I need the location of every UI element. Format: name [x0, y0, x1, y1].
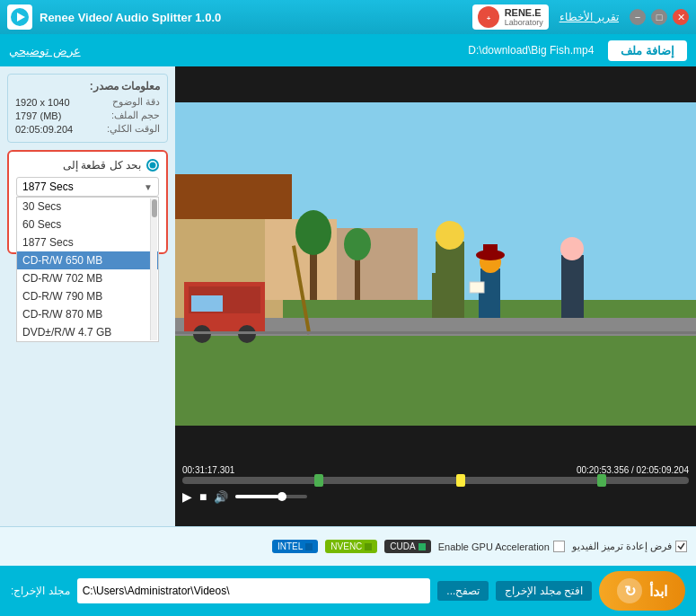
- svg-rect-23: [452, 273, 464, 318]
- footer-bar: ابدأ ↻ افتح مجلد الإخراج تصفح... مجلد ال…: [0, 566, 696, 616]
- start-label: ابدأ: [649, 583, 667, 600]
- volume-slider[interactable]: [235, 495, 307, 498]
- resolution-value: 1920 x 1040: [15, 97, 70, 108]
- svg-point-14: [344, 228, 371, 260]
- svg-point-32: [560, 237, 584, 260]
- playback-controls: ▶ ■ 🔊: [182, 489, 689, 504]
- split-options-box: بحد كل قطعة إلى 1877 Secs ▼ 30 Secs 60 S…: [7, 150, 168, 254]
- timeline-track[interactable]: [182, 477, 689, 484]
- refresh-icon: ↻: [617, 578, 642, 603]
- gpu-label: Enable GPU Acceleration: [438, 541, 550, 552]
- volume-thumb[interactable]: [278, 492, 286, 501]
- resolution-label: دقة الوضوح: [112, 96, 160, 108]
- bottom-bar: فرض إعادة ترميز الفيديو Enable GPU Accel…: [0, 526, 696, 566]
- svg-rect-13: [355, 255, 360, 300]
- play-button[interactable]: ▶: [182, 489, 192, 504]
- segment-dropdown[interactable]: 1877 Secs ▼ 30 Secs 60 Secs 1877 Secs CD…: [16, 177, 159, 197]
- scrollbar[interactable]: [150, 198, 157, 340]
- timeline-area: 00:31:17.301 00:20:53.356 / 02:05:09.204…: [175, 462, 696, 526]
- cuda-badge: CUDA: [384, 540, 430, 553]
- duration-label: الوقت الكلي:: [107, 123, 160, 135]
- chevron-down-icon: ▼: [144, 182, 153, 192]
- dropdown-item-cdrw790[interactable]: CD-R/W 790 MB: [17, 287, 158, 305]
- nvenc-icon: [365, 543, 372, 550]
- recode-checkbox[interactable]: [675, 541, 687, 552]
- app-title: Renee Video/ Audio Splitter 1.0.0: [40, 11, 221, 24]
- info-size-row: حجم الملف: 1797 (MB): [15, 110, 160, 121]
- size-label: حجم الملف:: [111, 110, 160, 121]
- current-time: 00:31:17.301: [182, 465, 234, 475]
- svg-rect-31: [561, 255, 584, 318]
- minimize-button[interactable]: −: [630, 9, 646, 25]
- info-box: معلومات مصدر: دقة الوضوح 1920 x 1040 حجم…: [7, 74, 168, 143]
- gpu-checkbox[interactable]: [553, 541, 565, 552]
- info-duration-row: الوقت الكلي: 02:05:09.204: [15, 123, 160, 135]
- right-panel: معلومات مصدر: دقة الوضوح 1920 x 1040 حجم…: [0, 66, 175, 526]
- dropdown-item-dvd47[interactable]: DVD±/R/W 4.7 GB: [17, 323, 158, 341]
- recode-label: فرض إعادة ترميز الفيديو: [572, 541, 672, 552]
- dropdown-item-cdrw650[interactable]: CD-R/W 650 MB: [17, 251, 158, 269]
- svg-rect-29: [483, 244, 498, 255]
- dropdown-item-30secs[interactable]: 30 Secs: [17, 198, 158, 216]
- intel-label: INTEL: [278, 541, 303, 551]
- maximize-button[interactable]: □: [651, 9, 667, 25]
- scrollbar-thumb[interactable]: [152, 199, 157, 217]
- recode-checkbox-label[interactable]: فرض إعادة ترميز الفيديو: [572, 541, 687, 552]
- output-path-input[interactable]: [77, 578, 431, 603]
- svg-point-21: [436, 221, 464, 250]
- report-link[interactable]: تقرير الأخطاء: [559, 11, 619, 23]
- dropdown-item-60secs[interactable]: 60 Secs: [17, 216, 158, 233]
- svg-rect-30: [470, 282, 484, 293]
- nvenc-label: NVENC: [330, 541, 362, 551]
- add-file-button[interactable]: إضافة ملف: [608, 40, 687, 61]
- marker-start[interactable]: [314, 474, 323, 487]
- svg-text:+: +: [486, 14, 490, 22]
- volume-icon: 🔊: [214, 490, 228, 504]
- title-bar-right: + RENE.E Laboratory تقرير الأخطاء − □ ✕: [472, 4, 689, 30]
- stop-button[interactable]: ■: [199, 489, 207, 504]
- svg-rect-19: [191, 295, 223, 312]
- rene-name: RENE.E Laboratory: [505, 7, 543, 27]
- intel-badge: INTEL: [272, 540, 318, 553]
- toolbar: إضافة ملف D:\download\Big Fish.mp4 عرض ت…: [0, 34, 696, 66]
- dropdown-value: 1877 Secs: [22, 180, 74, 193]
- svg-rect-34: [175, 331, 696, 334]
- rene-logo: + RENE.E Laboratory: [472, 4, 549, 30]
- app-logo: [7, 4, 32, 30]
- video-frame: [175, 66, 696, 462]
- browse-button[interactable]: تصفح...: [437, 581, 489, 601]
- main-content: 00:31:17.301 00:20:53.356 / 02:05:09.204…: [0, 66, 696, 526]
- marker-mid[interactable]: [456, 474, 465, 487]
- dropdown-selected[interactable]: 1877 Secs ▼: [16, 177, 159, 197]
- svg-rect-8: [175, 174, 292, 219]
- time-labels: 00:31:17.301 00:20:53.356 / 02:05:09.204: [182, 465, 689, 475]
- dropdown-item-cdrw702[interactable]: CD-R/W 702 MB: [17, 269, 158, 287]
- demo-link[interactable]: عرض توضيحي: [9, 44, 81, 57]
- volume-fill: [235, 495, 278, 498]
- info-resolution-row: دقة الوضوح 1920 x 1040: [15, 96, 160, 108]
- gpu-checkbox-label[interactable]: Enable GPU Acceleration: [438, 541, 565, 552]
- svg-rect-27: [491, 291, 500, 318]
- dropdown-item-1877secs[interactable]: 1877 Secs: [17, 233, 158, 251]
- size-value: 1797 (MB): [15, 110, 61, 121]
- title-bar: Renee Video/ Audio Splitter 1.0.0 + RENE…: [0, 0, 696, 34]
- dropdown-item-cdrw870[interactable]: CD-R/W 870 MB: [17, 305, 158, 323]
- marker-end[interactable]: [597, 474, 606, 487]
- start-button[interactable]: ابدأ ↻: [599, 571, 685, 611]
- svg-rect-26: [479, 291, 488, 318]
- title-bar-left: Renee Video/ Audio Splitter 1.0.0: [7, 4, 221, 30]
- per-segment-radio[interactable]: [146, 159, 159, 172]
- cuda-icon: [418, 543, 426, 550]
- file-path: D:\download\Big Fish.mp4: [468, 44, 594, 57]
- svg-rect-22: [432, 273, 445, 318]
- video-scene: [175, 66, 696, 462]
- close-button[interactable]: ✕: [673, 9, 689, 25]
- open-output-button[interactable]: افتح مجلد الإخراج: [496, 581, 592, 601]
- svg-point-12: [295, 210, 331, 255]
- per-segment-row: بحد كل قطعة إلى: [16, 159, 159, 172]
- per-segment-label: بحد كل قطعة إلى: [63, 159, 141, 172]
- cuda-label: CUDA: [390, 541, 415, 551]
- output-label: مجلد الإخراج:: [11, 585, 70, 597]
- nvenc-badge: NVENC: [325, 540, 377, 553]
- video-section: 00:31:17.301 00:20:53.356 / 02:05:09.204…: [175, 66, 696, 526]
